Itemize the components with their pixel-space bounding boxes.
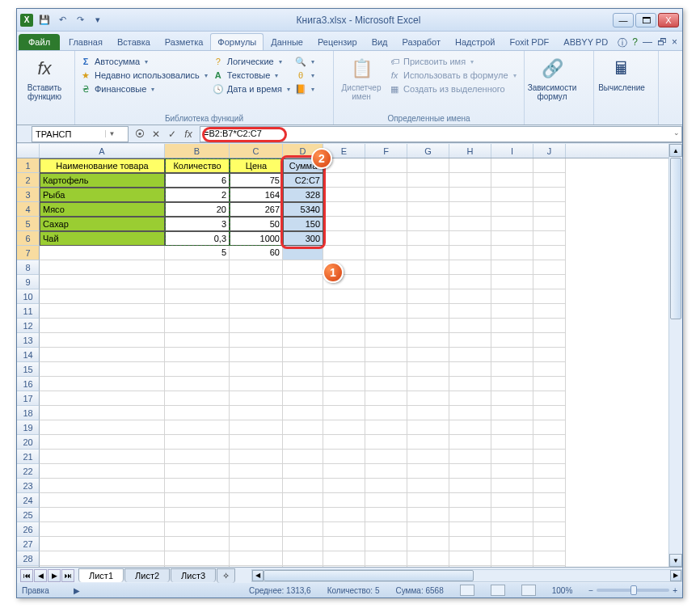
- cell-A22[interactable]: [40, 464, 165, 479]
- cell-F25[interactable]: [365, 508, 407, 522]
- cell-F22[interactable]: [365, 464, 407, 479]
- cell-F14[interactable]: [365, 348, 407, 362]
- col-header-H[interactable]: H: [449, 144, 491, 158]
- cell-J20[interactable]: [533, 435, 566, 450]
- cell-G12[interactable]: [407, 319, 449, 333]
- cell-A26[interactable]: [40, 522, 165, 537]
- view-normal-button[interactable]: [460, 585, 474, 596]
- cell-G8[interactable]: [407, 260, 449, 275]
- cell-D2[interactable]: C2:C7: [283, 173, 323, 188]
- cell-A25[interactable]: [40, 508, 165, 522]
- scroll-up-button[interactable]: ▲: [669, 144, 682, 157]
- cell-H25[interactable]: [449, 508, 491, 522]
- zoom-in-button[interactable]: +: [673, 586, 677, 595]
- cell-I22[interactable]: [491, 464, 533, 479]
- cell-G15[interactable]: [407, 362, 449, 377]
- col-header-G[interactable]: G: [407, 144, 449, 158]
- ribbon-tab-foxit pdf[interactable]: Foxit PDF: [502, 33, 556, 50]
- cell-G24[interactable]: [407, 493, 449, 508]
- cell-I24[interactable]: [491, 493, 533, 508]
- cell-C25[interactable]: [230, 508, 283, 522]
- cell-F1[interactable]: [365, 158, 407, 173]
- row-header-28[interactable]: 28: [17, 551, 40, 566]
- ribbon-help-icon[interactable]: ?: [632, 36, 638, 50]
- cell-C26[interactable]: [230, 522, 283, 537]
- vscroll-thumb[interactable]: [670, 158, 681, 319]
- cell-C3[interactable]: 164: [230, 188, 283, 202]
- cell-H14[interactable]: [449, 348, 491, 362]
- cell-C24[interactable]: [230, 493, 283, 508]
- cell-D7[interactable]: [283, 246, 323, 260]
- cell-E11[interactable]: [323, 304, 365, 319]
- formula-input[interactable]: [200, 127, 330, 140]
- cell-D4[interactable]: 5340: [283, 202, 323, 217]
- cell-H26[interactable]: [449, 522, 491, 537]
- row-header-21[interactable]: 21: [17, 450, 40, 464]
- cell-G3[interactable]: [407, 188, 449, 202]
- cell-J5[interactable]: [533, 217, 566, 231]
- row-header-5[interactable]: 5: [17, 217, 40, 231]
- cell-F19[interactable]: [365, 420, 407, 435]
- row-header-18[interactable]: 18: [17, 406, 40, 420]
- cell-B12[interactable]: [165, 319, 230, 333]
- use-in-formula-button[interactable]: fxИспользовать в формуле▾: [389, 70, 517, 81]
- cell-J1[interactable]: [533, 158, 566, 173]
- cell-B14[interactable]: [165, 348, 230, 362]
- cell-D28[interactable]: [283, 551, 323, 566]
- cell-B25[interactable]: [165, 508, 230, 522]
- cell-F8[interactable]: [365, 260, 407, 275]
- row-header-1[interactable]: 1: [17, 158, 40, 173]
- row-header-2[interactable]: 2: [17, 173, 40, 188]
- cell-B11[interactable]: [165, 304, 230, 319]
- ribbon-tab-вид[interactable]: Вид: [365, 33, 395, 50]
- cell-G7[interactable]: [407, 246, 449, 260]
- horizontal-scrollbar[interactable]: ◀ ▶: [251, 569, 682, 582]
- cell-A23[interactable]: [40, 479, 165, 493]
- cell-J2[interactable]: [533, 173, 566, 188]
- formula-bar[interactable]: ⌄: [200, 126, 682, 142]
- cell-J14[interactable]: [533, 348, 566, 362]
- cell-D24[interactable]: [283, 493, 323, 508]
- cell-I1[interactable]: [491, 158, 533, 173]
- fx-button[interactable]: fx: [182, 129, 195, 140]
- cell-C5[interactable]: 50: [230, 217, 283, 231]
- row-header-25[interactable]: 25: [17, 508, 40, 522]
- name-box-dropdown[interactable]: ▼: [105, 130, 118, 137]
- cell-E4[interactable]: [323, 202, 365, 217]
- cell-B15[interactable]: [165, 362, 230, 377]
- cell-C1[interactable]: Цена: [230, 158, 283, 173]
- cell-F18[interactable]: [365, 406, 407, 420]
- cell-I15[interactable]: [491, 362, 533, 377]
- cell-D10[interactable]: [283, 289, 323, 304]
- cell-B28[interactable]: [165, 551, 230, 566]
- hscroll-thumb[interactable]: [264, 570, 474, 581]
- cell-F3[interactable]: [365, 188, 407, 202]
- math-button[interactable]: θ▾: [295, 70, 314, 81]
- row-header-27[interactable]: 27: [17, 537, 40, 551]
- cell-I23[interactable]: [491, 479, 533, 493]
- cell-D20[interactable]: [283, 435, 323, 450]
- cell-A11[interactable]: [40, 304, 165, 319]
- nav-icon[interactable]: ⦿: [133, 129, 146, 140]
- cell-D25[interactable]: [283, 508, 323, 522]
- cell-C22[interactable]: [230, 464, 283, 479]
- cell-I7[interactable]: [491, 246, 533, 260]
- col-header-C[interactable]: C: [230, 144, 283, 158]
- cell-E24[interactable]: [323, 493, 365, 508]
- cell-I9[interactable]: [491, 275, 533, 289]
- cell-C11[interactable]: [230, 304, 283, 319]
- cell-A28[interactable]: [40, 551, 165, 566]
- cell-C27[interactable]: [230, 537, 283, 551]
- cell-B16[interactable]: [165, 377, 230, 391]
- cell-B5[interactable]: 3: [165, 217, 230, 231]
- cell-I21[interactable]: [491, 450, 533, 464]
- more-button[interactable]: 📙▾: [295, 83, 314, 95]
- cell-I5[interactable]: [491, 217, 533, 231]
- cell-E6[interactable]: [323, 231, 365, 246]
- cell-J12[interactable]: [533, 319, 566, 333]
- cell-I11[interactable]: [491, 304, 533, 319]
- ribbon-tab-abbyy pd[interactable]: ABBYY PD: [556, 33, 615, 50]
- cell-A7[interactable]: [40, 246, 165, 260]
- cell-E2[interactable]: [323, 173, 365, 188]
- cell-D22[interactable]: [283, 464, 323, 479]
